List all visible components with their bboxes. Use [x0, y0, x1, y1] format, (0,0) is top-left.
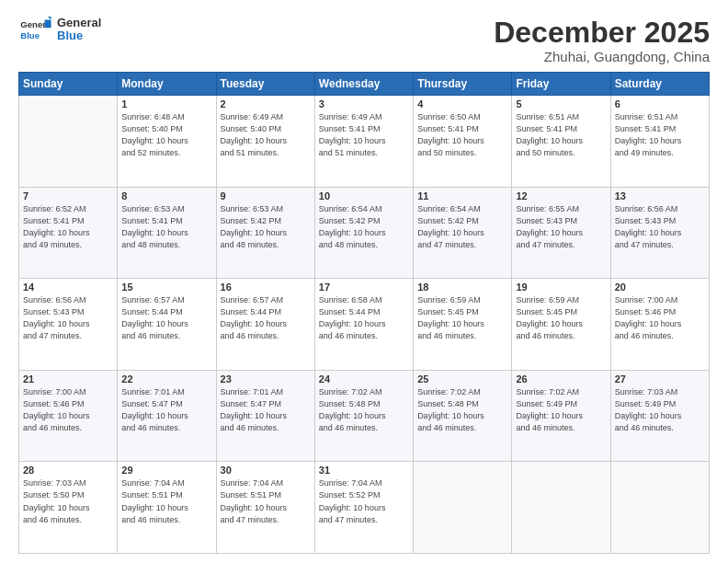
- day-number: 20: [615, 282, 705, 293]
- cell-details: Sunrise: 7:00 AM Sunset: 5:46 PM Dayligh…: [615, 294, 705, 342]
- calendar-cell: 13Sunrise: 6:56 AM Sunset: 5:43 PM Dayli…: [610, 187, 709, 279]
- calendar-cell: [414, 462, 512, 554]
- day-number: 16: [221, 282, 311, 293]
- day-number: 3: [319, 98, 409, 109]
- day-header-tuesday: Tuesday: [216, 73, 314, 96]
- day-number: 9: [221, 190, 311, 201]
- day-number: 28: [23, 465, 113, 476]
- calendar-cell: 1Sunrise: 6:48 AM Sunset: 5:40 PM Daylig…: [118, 96, 216, 188]
- cell-details: Sunrise: 7:03 AM Sunset: 5:50 PM Dayligh…: [23, 477, 113, 525]
- calendar-cell: 17Sunrise: 6:58 AM Sunset: 5:44 PM Dayli…: [314, 279, 413, 371]
- calendar-cell: 26Sunrise: 7:02 AM Sunset: 5:49 PM Dayli…: [512, 370, 610, 462]
- cell-details: Sunrise: 6:55 AM Sunset: 5:43 PM Dayligh…: [516, 203, 606, 251]
- cell-details: Sunrise: 7:02 AM Sunset: 5:48 PM Dayligh…: [417, 386, 507, 434]
- day-number: 10: [319, 190, 409, 201]
- logo-general: General: [57, 17, 101, 29]
- calendar-cell: 14Sunrise: 6:56 AM Sunset: 5:43 PM Dayli…: [19, 279, 118, 371]
- location: Zhuhai, Guangdong, China: [494, 49, 710, 64]
- calendar-week-row: 21Sunrise: 7:00 AM Sunset: 5:46 PM Dayli…: [19, 370, 710, 462]
- cell-details: Sunrise: 6:51 AM Sunset: 5:41 PM Dayligh…: [615, 111, 705, 159]
- calendar-cell: 16Sunrise: 6:57 AM Sunset: 5:44 PM Dayli…: [216, 279, 314, 371]
- calendar-cell: 22Sunrise: 7:01 AM Sunset: 5:47 PM Dayli…: [118, 370, 216, 462]
- calendar-week-row: 14Sunrise: 6:56 AM Sunset: 5:43 PM Dayli…: [19, 279, 710, 371]
- cell-details: Sunrise: 7:02 AM Sunset: 5:48 PM Dayligh…: [319, 386, 409, 434]
- day-number: 5: [516, 98, 606, 109]
- calendar-cell: 5Sunrise: 6:51 AM Sunset: 5:41 PM Daylig…: [512, 96, 610, 188]
- day-number: 1: [121, 98, 211, 109]
- cell-details: Sunrise: 6:54 AM Sunset: 5:42 PM Dayligh…: [417, 203, 507, 251]
- day-number: 7: [23, 190, 113, 201]
- calendar-header-row: SundayMondayTuesdayWednesdayThursdayFrid…: [19, 73, 710, 96]
- logo: General Blue General Blue: [18, 17, 101, 43]
- cell-details: Sunrise: 6:49 AM Sunset: 5:40 PM Dayligh…: [221, 111, 311, 159]
- day-number: 23: [221, 373, 311, 385]
- cell-details: Sunrise: 7:04 AM Sunset: 5:51 PM Dayligh…: [121, 477, 211, 525]
- title-block: December 2025 Zhuhai, Guangdong, China: [494, 17, 710, 64]
- calendar-week-row: 28Sunrise: 7:03 AM Sunset: 5:50 PM Dayli…: [19, 462, 710, 554]
- calendar-cell: [512, 462, 610, 554]
- calendar-cell: 31Sunrise: 7:04 AM Sunset: 5:52 PM Dayli…: [314, 462, 413, 554]
- day-number: 25: [417, 373, 507, 385]
- cell-details: Sunrise: 7:03 AM Sunset: 5:49 PM Dayligh…: [615, 386, 705, 434]
- cell-details: Sunrise: 7:02 AM Sunset: 5:49 PM Dayligh…: [516, 386, 606, 434]
- cell-details: Sunrise: 6:57 AM Sunset: 5:44 PM Dayligh…: [121, 294, 211, 342]
- cell-details: Sunrise: 6:50 AM Sunset: 5:41 PM Dayligh…: [417, 111, 507, 159]
- calendar-cell: 3Sunrise: 6:49 AM Sunset: 5:41 PM Daylig…: [314, 96, 413, 188]
- cell-details: Sunrise: 6:52 AM Sunset: 5:41 PM Dayligh…: [23, 203, 113, 251]
- day-number: 18: [417, 282, 507, 293]
- calendar-cell: 20Sunrise: 7:00 AM Sunset: 5:46 PM Dayli…: [610, 279, 709, 371]
- day-number: 8: [121, 190, 211, 201]
- calendar-cell: 12Sunrise: 6:55 AM Sunset: 5:43 PM Dayli…: [512, 187, 610, 279]
- day-header-sunday: Sunday: [19, 73, 118, 96]
- calendar-cell: [610, 462, 709, 554]
- cell-details: Sunrise: 7:01 AM Sunset: 5:47 PM Dayligh…: [121, 386, 211, 434]
- day-number: 30: [221, 465, 311, 476]
- day-number: 21: [23, 373, 113, 385]
- cell-details: Sunrise: 6:51 AM Sunset: 5:41 PM Dayligh…: [516, 111, 606, 159]
- day-number: 11: [417, 190, 507, 201]
- cell-details: Sunrise: 7:01 AM Sunset: 5:47 PM Dayligh…: [221, 386, 311, 434]
- day-number: 2: [221, 98, 311, 109]
- month-title: December 2025: [494, 17, 710, 49]
- cell-details: Sunrise: 7:04 AM Sunset: 5:51 PM Dayligh…: [221, 477, 311, 525]
- day-number: 27: [615, 373, 705, 385]
- day-header-saturday: Saturday: [610, 73, 709, 96]
- cell-details: Sunrise: 6:59 AM Sunset: 5:45 PM Dayligh…: [417, 294, 507, 342]
- header: General Blue General Blue December 2025 …: [18, 17, 710, 64]
- calendar-cell: 2Sunrise: 6:49 AM Sunset: 5:40 PM Daylig…: [216, 96, 314, 188]
- cell-details: Sunrise: 6:53 AM Sunset: 5:41 PM Dayligh…: [121, 203, 211, 251]
- cell-details: Sunrise: 6:59 AM Sunset: 5:45 PM Dayligh…: [516, 294, 606, 342]
- calendar-cell: 4Sunrise: 6:50 AM Sunset: 5:41 PM Daylig…: [414, 96, 512, 188]
- cell-details: Sunrise: 6:56 AM Sunset: 5:43 PM Dayligh…: [615, 203, 705, 251]
- day-number: 14: [23, 282, 113, 293]
- calendar-week-row: 1Sunrise: 6:48 AM Sunset: 5:40 PM Daylig…: [19, 96, 710, 188]
- cell-details: Sunrise: 7:00 AM Sunset: 5:46 PM Dayligh…: [23, 386, 113, 434]
- calendar-cell: 25Sunrise: 7:02 AM Sunset: 5:48 PM Dayli…: [414, 370, 512, 462]
- calendar-cell: 27Sunrise: 7:03 AM Sunset: 5:49 PM Dayli…: [610, 370, 709, 462]
- calendar-cell: 15Sunrise: 6:57 AM Sunset: 5:44 PM Dayli…: [118, 279, 216, 371]
- calendar-cell: 21Sunrise: 7:00 AM Sunset: 5:46 PM Dayli…: [19, 370, 118, 462]
- calendar-cell: 29Sunrise: 7:04 AM Sunset: 5:51 PM Dayli…: [118, 462, 216, 554]
- day-number: 29: [121, 465, 211, 476]
- day-number: 24: [319, 373, 409, 385]
- day-header-wednesday: Wednesday: [314, 73, 413, 96]
- cell-details: Sunrise: 6:58 AM Sunset: 5:44 PM Dayligh…: [319, 294, 409, 342]
- day-number: 17: [319, 282, 409, 293]
- calendar-cell: 24Sunrise: 7:02 AM Sunset: 5:48 PM Dayli…: [314, 370, 413, 462]
- svg-marker-3: [45, 20, 51, 29]
- calendar-cell: 7Sunrise: 6:52 AM Sunset: 5:41 PM Daylig…: [19, 187, 118, 279]
- logo-blue: Blue: [57, 29, 101, 42]
- day-number: 13: [615, 190, 705, 201]
- cell-details: Sunrise: 6:56 AM Sunset: 5:43 PM Dayligh…: [23, 294, 113, 342]
- day-header-monday: Monday: [118, 73, 216, 96]
- calendar-cell: 8Sunrise: 6:53 AM Sunset: 5:41 PM Daylig…: [118, 187, 216, 279]
- calendar-cell: 28Sunrise: 7:03 AM Sunset: 5:50 PM Dayli…: [19, 462, 118, 554]
- page: General Blue General Blue December 2025 …: [0, 0, 728, 563]
- day-number: 4: [417, 98, 507, 109]
- day-number: 22: [121, 373, 211, 385]
- day-number: 26: [516, 373, 606, 385]
- cell-details: Sunrise: 6:49 AM Sunset: 5:41 PM Dayligh…: [319, 111, 409, 159]
- calendar-cell: 23Sunrise: 7:01 AM Sunset: 5:47 PM Dayli…: [216, 370, 314, 462]
- calendar-cell: 18Sunrise: 6:59 AM Sunset: 5:45 PM Dayli…: [414, 279, 512, 371]
- calendar-cell: 19Sunrise: 6:59 AM Sunset: 5:45 PM Dayli…: [512, 279, 610, 371]
